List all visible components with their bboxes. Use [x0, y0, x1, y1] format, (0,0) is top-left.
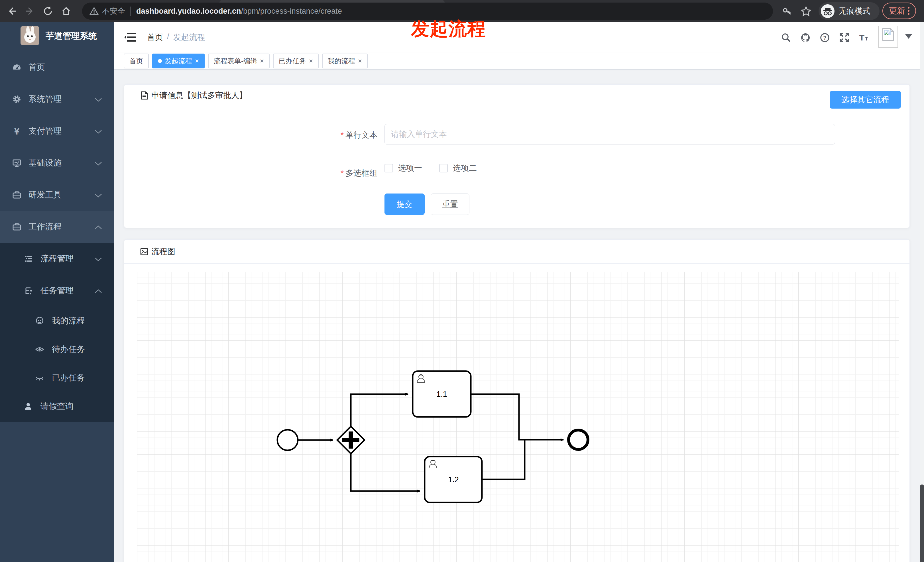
app-logo-row[interactable]: 芋道管理系统 [0, 22, 114, 51]
sidebar-item-leave-query[interactable]: 请假查询 [0, 392, 114, 421]
bpmn-canvas[interactable]: 1.1 1.2 [137, 272, 898, 562]
sidebar-item-todo-tasks[interactable]: 待办任务 [0, 335, 114, 364]
reset-button[interactable]: 重置 [430, 193, 470, 215]
sidebar-item-label: 研发工具 [28, 189, 62, 201]
gauge-icon [12, 62, 22, 72]
page-scrollbar[interactable] [920, 22, 924, 562]
breadcrumb-current: 发起流程 [173, 32, 205, 43]
flow-task2-merge [482, 440, 525, 480]
svg-text:T: T [865, 36, 868, 42]
chevron-down-icon [94, 190, 102, 200]
option2-label[interactable]: 选项二 [453, 163, 477, 174]
card-title: 流程图 [152, 246, 175, 257]
security-label[interactable]: 不安全 [102, 6, 125, 16]
tab-my-process[interactable]: 我的流程× [322, 54, 368, 68]
tab-label: 流程表单-编辑 [214, 57, 257, 66]
search-icon[interactable] [781, 33, 791, 43]
sidebar-item-task-mgmt[interactable]: 任务管理 [0, 275, 114, 307]
sidebar-item-label: 工作流程 [28, 221, 62, 232]
divider [130, 6, 130, 16]
monitor-icon [12, 158, 22, 168]
back-icon[interactable] [6, 5, 18, 17]
submit-button[interactable]: 提交 [384, 193, 424, 215]
sidebar-item-workflow[interactable]: 工作流程 [0, 211, 114, 243]
breadcrumb-separator: / [167, 32, 169, 43]
home-icon[interactable] [60, 5, 72, 17]
tab-label: 已办任务 [279, 57, 306, 66]
chevron-up-icon [94, 286, 102, 295]
app-header: 首页 / 发起流程 ? TT [114, 22, 920, 52]
sidebar-item-done-tasks[interactable]: 已办任务 [0, 364, 114, 392]
sidebar-item-label: 系统管理 [28, 93, 62, 105]
key-icon[interactable] [782, 6, 792, 16]
sidebar-item-devtools[interactable]: 研发工具 [0, 179, 114, 211]
chevron-down-icon [94, 94, 102, 104]
yen-icon: ¥ [12, 126, 22, 136]
help-icon[interactable]: ? [820, 33, 830, 43]
task2-label: 1.2 [448, 475, 459, 484]
option1-checkbox[interactable] [384, 164, 393, 172]
option2-checkbox[interactable] [439, 164, 448, 172]
text-field-label: *单行文本 [292, 130, 377, 141]
select-other-process-button[interactable]: 选择其它流程 [830, 91, 901, 109]
tab-label: 首页 [129, 57, 143, 66]
incognito-badge: 无痕模式 [819, 2, 879, 20]
list-tree-icon [23, 254, 33, 264]
sidebar-item-label: 已办任务 [52, 372, 85, 384]
sidebar: 芋道管理系统 首页 系统管理 ¥ 支付管理 基础设施 研发工具 [0, 22, 114, 562]
flow-task1-end [471, 394, 564, 440]
user-avatar[interactable] [878, 25, 898, 48]
chevron-up-icon [94, 222, 102, 232]
star-icon[interactable] [800, 5, 812, 17]
sidebar-item-infra[interactable]: 基础设施 [0, 147, 114, 179]
close-icon[interactable]: × [260, 57, 264, 65]
checkbox-group: 选项一 选项二 [384, 163, 489, 174]
image-icon [140, 247, 148, 256]
eye-icon [35, 345, 45, 354]
svg-text:T: T [859, 33, 864, 42]
close-icon[interactable]: × [195, 57, 199, 65]
card-title: 申请信息【测试多审批人】 [152, 90, 247, 101]
document-icon [140, 91, 148, 100]
fullscreen-icon[interactable] [839, 33, 849, 43]
more-dots-icon[interactable] [908, 7, 909, 15]
reload-icon[interactable] [42, 5, 54, 17]
update-button[interactable]: 更新 [882, 3, 916, 19]
flow-gateway-task2 [351, 454, 420, 491]
sidebar-item-label: 基础设施 [28, 157, 62, 169]
tab-form-edit[interactable]: 流程表单-编辑× [208, 54, 270, 68]
sidebar-item-label: 流程管理 [40, 253, 74, 264]
tab-create-process[interactable]: 发起流程× [152, 54, 205, 68]
avatar-caret-icon[interactable] [905, 34, 912, 39]
tab-done-tasks[interactable]: 已办任务× [273, 54, 319, 68]
close-icon[interactable]: × [309, 57, 313, 65]
breadcrumb-home[interactable]: 首页 [147, 32, 163, 43]
sidebar-item-system[interactable]: 系统管理 [0, 83, 114, 115]
incognito-label: 无痕模式 [838, 6, 870, 16]
sidebar-item-payment[interactable]: ¥ 支付管理 [0, 115, 114, 147]
required-asterisk: * [340, 169, 344, 178]
update-label: 更新 [889, 5, 905, 16]
sidebar-item-label: 任务管理 [40, 285, 74, 297]
browser-tab[interactable] [219, 0, 445, 3]
bpmn-start-event[interactable] [278, 430, 298, 450]
required-asterisk: * [340, 130, 344, 139]
hamburger-icon[interactable] [124, 31, 137, 43]
close-icon[interactable]: × [358, 57, 362, 65]
github-icon[interactable] [800, 33, 811, 43]
tab-home[interactable]: 首页 [124, 54, 149, 68]
font-size-icon[interactable]: TT [858, 33, 869, 43]
sidebar-item-label: 我的流程 [52, 315, 85, 327]
annotation-title: 发起流程 [411, 16, 486, 41]
svg-text:?: ? [823, 35, 826, 41]
breadcrumb: 首页 / 发起流程 [147, 32, 205, 43]
sidebar-item-process-mgmt[interactable]: 流程管理 [0, 243, 114, 275]
sidebar-item-my-process[interactable]: 我的流程 [0, 307, 114, 335]
eye-closed-icon [35, 373, 45, 383]
single-line-text-input[interactable] [384, 124, 835, 144]
scrollbar-thumb[interactable] [920, 484, 924, 562]
bpmn-end-event[interactable] [568, 430, 588, 450]
option1-label[interactable]: 选项一 [398, 163, 422, 174]
sidebar-item-home[interactable]: 首页 [0, 51, 114, 83]
forward-icon[interactable] [24, 5, 35, 17]
